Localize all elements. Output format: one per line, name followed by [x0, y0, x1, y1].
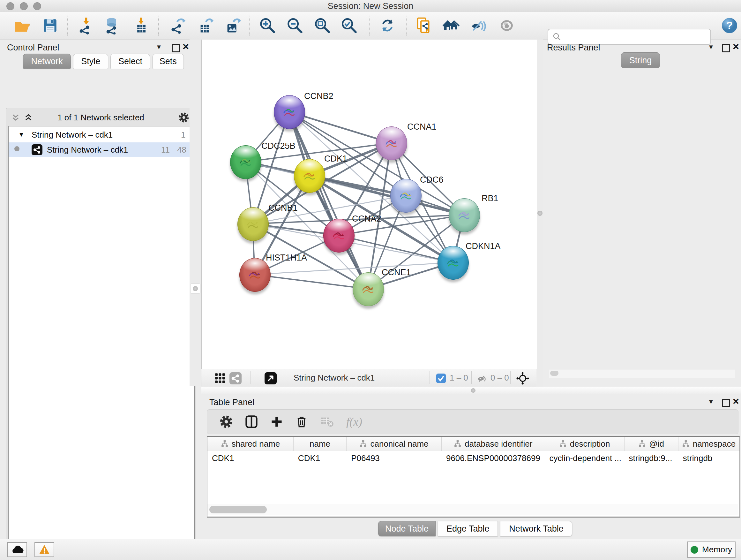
expand-all-icon[interactable]	[24, 114, 32, 122]
import-table-button[interactable]	[131, 15, 151, 36]
panel-menu-icon[interactable]: ▼	[708, 398, 714, 406]
tree-collapse-icon[interactable]: ▼	[18, 131, 24, 138]
tab-sets[interactable]: Sets	[152, 54, 184, 69]
help-question-icon: ?	[721, 17, 738, 34]
network-node-CCNB2[interactable]	[274, 95, 305, 129]
column-header-shared-name[interactable]: shared name	[207, 437, 293, 451]
float-panel-icon[interactable]	[722, 44, 730, 52]
export-network-button[interactable]	[169, 15, 189, 36]
birds-eye-grid-icon[interactable]	[215, 373, 226, 384]
memory-button[interactable]: Memory	[687, 542, 736, 558]
network-node-CDK1[interactable]	[294, 159, 325, 193]
hidden-eye-slash-icon[interactable]	[477, 374, 487, 384]
cloud-status-button[interactable]	[7, 542, 27, 557]
save-session-button[interactable]	[40, 15, 60, 36]
tab-network-table[interactable]: Network Table	[500, 521, 572, 537]
zoom-selected-button[interactable]	[339, 15, 359, 36]
open-session-button[interactable]	[12, 15, 32, 36]
column-header-name[interactable]: name	[293, 437, 347, 451]
network-node-label-CCNA1: CCNA1	[407, 122, 436, 132]
network-node-HIST1H1A[interactable]	[239, 258, 271, 292]
left-pane-splitter[interactable]	[190, 40, 201, 386]
splitter-handle[interactable]	[471, 388, 475, 393]
home-view-button[interactable]	[441, 15, 461, 36]
network-node-RB1[interactable]	[449, 198, 480, 232]
network-tree-root-row[interactable]: ▼ String Network – cdk1 1	[9, 128, 193, 142]
scrollbar-thumb[interactable]	[209, 506, 267, 513]
table-cell: stringdb:9...	[624, 451, 678, 465]
results-scrollbar[interactable]	[549, 369, 735, 378]
network-node-CCNA2[interactable]	[323, 219, 354, 253]
export-image-button[interactable]	[223, 15, 244, 36]
zoom-out-button[interactable]	[285, 15, 305, 36]
tab-string[interactable]: String	[621, 52, 660, 68]
network-tree-row-selected[interactable]: String Network – cdk1 11 48	[9, 142, 193, 157]
network-node-label-CDKN1A: CDKN1A	[466, 241, 501, 251]
network-selected-status: 1 of 1 Network selected	[40, 113, 161, 123]
column-header-database-identifier[interactable]: database identifier	[442, 437, 545, 451]
string-style-icon[interactable]	[229, 372, 242, 384]
zoom-in-button[interactable]	[257, 15, 278, 36]
column-header-label: database identifier	[465, 439, 532, 449]
float-panel-icon[interactable]	[722, 399, 730, 407]
table-cell: 9606.ENSP00000378699	[442, 451, 545, 465]
float-panel-icon[interactable]	[172, 44, 180, 52]
column-header-namespace[interactable]: namespace	[678, 437, 739, 451]
close-panel-icon[interactable]: ×	[183, 40, 189, 53]
network-node-CDKN1A[interactable]	[437, 246, 469, 280]
gear-icon[interactable]	[220, 415, 232, 428]
show-columns-icon[interactable]	[245, 415, 258, 428]
tab-edge-table[interactable]: Edge Table	[438, 521, 498, 537]
memory-status-icon	[690, 546, 698, 554]
import-network-database-button[interactable]	[102, 15, 123, 36]
fit-content-crosshair-icon[interactable]	[516, 372, 529, 385]
column-header-canonical-name[interactable]: canonical name	[347, 437, 442, 451]
import-network-file-button[interactable]	[76, 15, 96, 36]
network-node-CCNE1[interactable]	[353, 272, 384, 306]
collapse-all-icon[interactable]	[11, 114, 20, 122]
zoom-fit-button[interactable]	[312, 15, 333, 36]
eye-slash-icon	[470, 17, 488, 35]
hide-unselected-button[interactable]	[468, 15, 489, 36]
panel-menu-icon[interactable]: ▼	[156, 44, 162, 51]
splitter-handle[interactable]	[537, 211, 542, 216]
toolbar-divider	[406, 16, 407, 36]
splitter-handle[interactable]	[190, 284, 200, 294]
selected-node-edge-count: 1 – 0	[450, 373, 468, 383]
export-table-button[interactable]	[197, 15, 217, 36]
column-header-description[interactable]: description	[545, 437, 624, 451]
delete-column-icon[interactable]	[295, 415, 308, 428]
horizontal-splitter[interactable]	[201, 387, 741, 394]
network-node-CCNB1[interactable]	[238, 207, 269, 241]
network-node-CDC25B[interactable]	[230, 145, 261, 179]
selected-checkbox-icon[interactable]	[436, 374, 446, 383]
refresh-button[interactable]	[377, 15, 398, 36]
network-node-label-CCNB1: CCNB1	[268, 203, 298, 213]
network-view-title: String Network – cdk1	[293, 373, 375, 383]
add-column-icon[interactable]	[270, 415, 283, 428]
gear-icon[interactable]	[179, 112, 189, 123]
close-panel-icon[interactable]: ×	[733, 395, 739, 408]
show-all-button[interactable]	[496, 15, 517, 36]
tab-style[interactable]: Style	[73, 54, 108, 69]
column-header-label: namespace	[693, 439, 736, 449]
clone-network-button[interactable]	[414, 15, 434, 36]
tab-node-table[interactable]: Node Table	[378, 521, 435, 537]
tab-select[interactable]: Select	[111, 54, 150, 69]
network-node-CDC6[interactable]	[390, 179, 421, 212]
close-panel-icon[interactable]: ×	[733, 40, 739, 53]
warnings-button[interactable]	[35, 542, 54, 557]
table-scrollbar[interactable]	[207, 504, 738, 515]
network-canvas[interactable]: CCNB2CCNA1CDC25BCDK1CDC6RB1CCNB1CCNA2CDK…	[201, 40, 537, 369]
panel-menu-icon[interactable]: ▼	[708, 44, 714, 51]
tab-network[interactable]: Network	[23, 54, 71, 69]
right-pane-splitter[interactable]	[537, 40, 543, 387]
table-row[interactable]: CDK1CDK1P064939606.ENSP00000378699cyclin…	[207, 451, 739, 465]
scrollbar-thumb[interactable]	[550, 371, 558, 376]
protein-ribbon-thumb	[397, 187, 414, 204]
control-panel-tabs: Network Style Select Sets	[23, 54, 184, 69]
network-node-CCNA1[interactable]	[376, 126, 407, 160]
help-button[interactable]: ?	[719, 15, 740, 36]
open-in-window-icon[interactable]	[265, 372, 277, 384]
column-header-@id[interactable]: @id	[624, 437, 678, 451]
